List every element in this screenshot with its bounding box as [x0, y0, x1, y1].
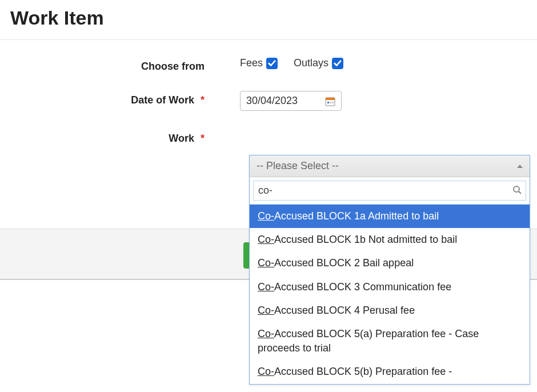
option-match-prefix: Co- [258, 366, 274, 377]
svg-rect-4 [332, 102, 334, 103]
row-choose-from: Choose from Fees Outlays [0, 57, 537, 73]
fees-checkbox-item: Fees [240, 57, 278, 69]
work-option[interactable]: Co-Accused BLOCK 5(a) Preparation fee - … [250, 322, 530, 360]
work-select-header[interactable]: -- Please Select -- [250, 155, 530, 177]
work-select-search-input[interactable] [253, 181, 526, 201]
search-icon [512, 185, 522, 194]
label-work-text: Work [169, 133, 194, 144]
svg-rect-3 [330, 102, 331, 103]
svg-line-6 [519, 191, 521, 194]
option-rest: Accused BLOCK 2 Bail appeal [274, 257, 414, 269]
date-of-work-input[interactable] [246, 95, 320, 107]
option-rest: Accused BLOCK 5(a) Preparation fee - Cas… [258, 328, 479, 354]
option-match-prefix: Co- [258, 234, 274, 245]
option-match-prefix: Co- [258, 281, 274, 293]
work-option[interactable]: Co-Accused BLOCK 1b Not admitted to bail [250, 228, 530, 251]
label-date-of-work: Date of Work * [0, 91, 217, 106]
work-option[interactable]: Co-Accused BLOCK 3 Communication fee [250, 275, 530, 299]
svg-point-5 [514, 186, 519, 192]
outlays-checkbox-item: Outlays [294, 57, 343, 69]
work-option[interactable]: Co-Accused BLOCK 5(b) Preparation fee - [250, 360, 530, 383]
row-date-of-work: Date of Work * [0, 91, 537, 111]
svg-rect-1 [326, 98, 335, 100]
work-select-options[interactable]: Co-Accused BLOCK 1a Admitted to bailCo-A… [250, 205, 530, 384]
required-asterisk: * [201, 94, 205, 106]
option-rest: Accused BLOCK 5(b) Preparation fee - [274, 366, 452, 377]
work-select-placeholder: -- Please Select -- [257, 160, 339, 172]
check-icon [334, 59, 342, 67]
option-match-prefix: Co- [258, 305, 274, 316]
work-select-search-row [250, 177, 530, 205]
option-rest: Accused BLOCK 1a Admitted to bail [274, 210, 439, 222]
check-icon [268, 59, 276, 67]
option-rest: Accused BLOCK 1b Not admitted to bail [274, 234, 457, 245]
required-asterisk: * [201, 133, 205, 144]
option-rest: Accused BLOCK 3 Communication fee [274, 281, 451, 293]
form-area: Choose from Fees Outlays Date of Work * [0, 40, 537, 145]
option-match-prefix: Co- [258, 257, 274, 269]
label-choose-from: Choose from [0, 57, 217, 73]
work-option[interactable]: Co-Accused BLOCK 2 Bail appeal [250, 251, 530, 275]
fees-label: Fees [240, 57, 263, 69]
work-select-dropdown: -- Please Select -- Co-Accused BLOCK 1a … [249, 155, 530, 385]
option-match-prefix: Co- [258, 210, 274, 222]
calendar-icon[interactable] [325, 96, 335, 106]
fees-checkbox[interactable] [266, 58, 278, 69]
row-work: Work * [0, 129, 537, 145]
svg-rect-2 [327, 102, 329, 103]
work-option[interactable]: Co-Accused BLOCK 1a Admitted to bail [250, 205, 530, 228]
label-work: Work * [0, 129, 217, 145]
outlays-label: Outlays [294, 57, 328, 69]
outlays-checkbox[interactable] [332, 58, 343, 69]
option-rest: Accused BLOCK 4 Perusal fee [274, 305, 415, 316]
date-input-wrap [240, 91, 342, 111]
work-option[interactable]: Co-Accused BLOCK 4 Perusal fee [250, 299, 530, 322]
option-match-prefix: Co- [258, 328, 274, 339]
label-date-text: Date of Work [131, 94, 194, 106]
page-title: Work Item [0, 0, 537, 40]
chevron-up-icon [517, 165, 523, 168]
